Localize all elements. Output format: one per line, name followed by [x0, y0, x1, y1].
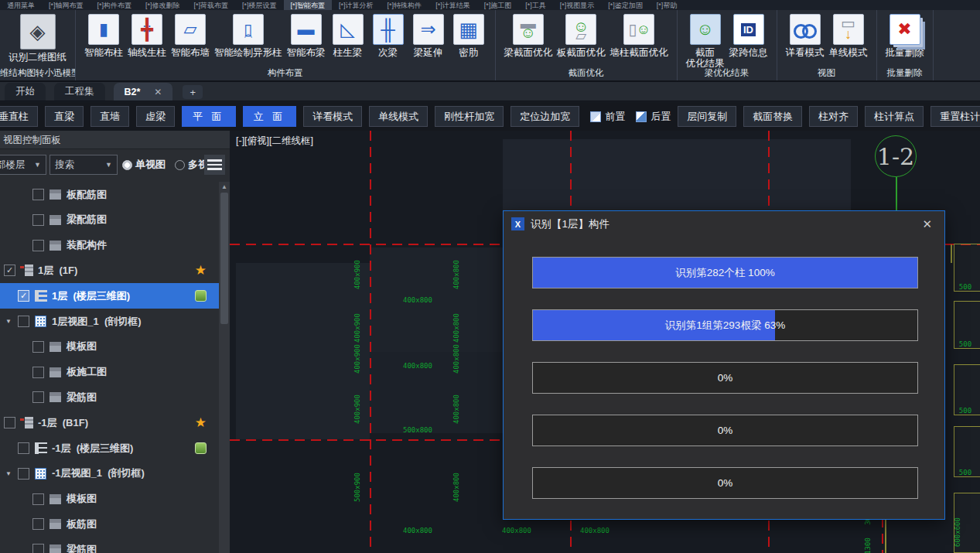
ribbon-tab[interactable]: [*]楼层设置 [235, 0, 284, 10]
ribbon-button[interactable]: 详看模式 [786, 14, 825, 58]
tree-checkbox[interactable] [32, 493, 44, 505]
tree-row[interactable]: 板筋图 [0, 511, 219, 537]
ribbon-tab[interactable]: [*]特殊构件 [381, 0, 429, 10]
toolbar-button[interactable]: 直墙 [90, 106, 129, 127]
tree-row[interactable]: ▼-1层视图_1 (剖切框) [0, 461, 219, 486]
tree-row[interactable]: 模板图 [0, 486, 219, 512]
ribbon-button[interactable]: ▬智能布梁 [287, 14, 326, 58]
ribbon-button[interactable]: ▯◠智能绘制异形柱 [214, 14, 282, 58]
add-tab-button[interactable]: + [183, 85, 203, 99]
tree-checkbox[interactable]: ✓ [18, 290, 29, 302]
toolbar-button[interactable]: 后置 [632, 106, 674, 127]
document-tab[interactable]: B2*✕ [114, 83, 173, 101]
document-tab[interactable]: 工程集 [54, 83, 105, 101]
ribbon-button[interactable]: ⇒梁延伸 [411, 14, 446, 58]
ribbon-button[interactable]: ▦密肋 [451, 14, 487, 58]
tree-checkbox[interactable] [32, 391, 44, 403]
expander-icon[interactable]: ▼ [5, 318, 12, 325]
tree-checkbox[interactable] [32, 189, 44, 200]
tree-checkbox[interactable] [32, 518, 44, 530]
toolbar-button[interactable]: 定位边加宽 [510, 106, 579, 127]
ribbon-tab[interactable]: 通用菜单 [0, 0, 42, 10]
tree-checkbox[interactable] [32, 214, 44, 226]
search-dropdown[interactable]: 搜索 ▼ [50, 155, 118, 175]
ribbon-button[interactable]: ▬☺梁截面优化 [504, 14, 553, 58]
toolbar-button[interactable]: 柱计算点 [865, 106, 924, 127]
tree-row[interactable]: ✓1层 (1F)★ [0, 258, 219, 283]
tree-checkbox[interactable] [4, 417, 15, 428]
ribbon-button[interactable]: ╫次梁 [370, 14, 406, 58]
tree-row[interactable]: 梁筋图 [0, 537, 219, 553]
ribbon-tab[interactable]: [*]计算结果 [429, 0, 477, 10]
ribbon-button[interactable]: ID梁跨信息 [729, 14, 768, 58]
scroll-up-icon[interactable]: ▲ [219, 183, 230, 190]
ribbon-button[interactable]: ▭↓单线模式 [829, 14, 868, 58]
ribbon-tab[interactable]: [*]帮助 [650, 0, 685, 10]
ribbon-tab[interactable]: [*]施工图 [477, 0, 519, 10]
ribbon-button[interactable]: ◈识别二维图纸 [9, 14, 67, 63]
ribbon-tab[interactable]: [*]智能布置 [284, 0, 333, 10]
tree-checkbox[interactable] [32, 367, 44, 378]
ribbon-tab[interactable]: [*]鉴定加固 [601, 0, 650, 10]
star-icon[interactable]: ★ [195, 264, 207, 277]
scrollbar-thumb[interactable] [220, 193, 228, 324]
tree-row[interactable]: ✓1层 (楼层三维图) [0, 283, 219, 309]
ribbon-tab[interactable]: [*]构件布置 [90, 0, 139, 10]
tree-row[interactable]: 装配构件 [0, 233, 219, 258]
expander-icon[interactable]: ▼ [5, 470, 12, 477]
tree-checkbox[interactable] [18, 316, 29, 327]
tree-checkbox[interactable]: ✓ [4, 265, 15, 276]
ribbon-button[interactable]: ☺截面 优化结果 [686, 14, 725, 69]
close-icon[interactable]: ✕ [917, 217, 937, 231]
toolbar-button[interactable]: 垂直柱 [0, 106, 38, 127]
toolbar-button[interactable]: 详看模式 [303, 106, 362, 127]
tree-checkbox[interactable] [32, 341, 44, 353]
toolbar-button[interactable]: 重置柱计算点 [930, 106, 980, 127]
toolbar-button[interactable]: 截面替换 [743, 106, 802, 127]
ribbon-button[interactable]: ▯☺墙柱截面优化 [610, 14, 668, 58]
multi-view-radio[interactable] [175, 160, 185, 170]
toolbar-button[interactable]: 层间复制 [678, 106, 736, 127]
ribbon-button[interactable]: ▮智能布柱 [84, 14, 123, 58]
tree-row[interactable]: 板施工图 [0, 360, 219, 385]
ribbon-button[interactable]: ✖批量删除 [886, 14, 924, 58]
toolbar-button[interactable]: 刚性杆加宽 [435, 106, 504, 127]
tree-row[interactable]: 模板图 [0, 334, 219, 360]
toolbar-button[interactable]: 直梁 [45, 106, 84, 127]
ribbon-button[interactable]: ▱☺板截面优化 [557, 14, 606, 58]
tree-checkbox[interactable] [32, 240, 44, 251]
tree-checkbox[interactable] [32, 544, 44, 553]
ribbon-tab[interactable]: [*]荷载布置 [187, 0, 236, 10]
toolbar-button[interactable]: 柱对齐 [809, 106, 858, 127]
menu-icon[interactable] [204, 155, 225, 175]
ribbon-tab[interactable]: [*]工具 [518, 0, 553, 10]
document-tab[interactable]: 开始 [5, 83, 46, 101]
ribbon-tab[interactable]: [*]视图显示 [553, 0, 602, 10]
tree-checkbox[interactable] [18, 468, 29, 480]
toolbar-button[interactable]: 单线模式 [369, 106, 428, 127]
floor-filter-dropdown[interactable]: 部楼层 ▼ [0, 155, 46, 175]
tree-checkbox[interactable] [18, 442, 29, 454]
ribbon-button[interactable]: ◺柱生梁 [330, 14, 366, 58]
tree-row[interactable]: ▼1层视图_1 (剖切框) [0, 309, 219, 334]
ribbon-button[interactable]: ╋∷轴线生柱 [128, 14, 166, 58]
ribbon-tab[interactable]: [*]计算分析 [332, 0, 381, 10]
tree-row[interactable]: -1层 (B1F)★ [0, 410, 219, 435]
close-icon[interactable]: ✕ [154, 87, 162, 97]
ribbon-tab[interactable]: [*]修改删除 [138, 0, 187, 10]
sidebar-scrollbar[interactable]: ▲ [219, 182, 230, 553]
tree-row[interactable]: -1层 (楼层三维图) [0, 435, 219, 461]
toolbar-button[interactable]: 平 面 [182, 106, 236, 127]
single-view-radio[interactable] [122, 160, 132, 170]
toolbar-button[interactable]: 立 面 [243, 106, 297, 127]
tree-row[interactable]: 梁配筋图 [0, 207, 219, 233]
tree-row[interactable]: 梁筋图 [0, 384, 219, 410]
toolbar-button[interactable]: 虚梁 [136, 106, 175, 127]
star-icon[interactable]: ★ [195, 416, 207, 429]
tree-row[interactable]: 板配筋图 [0, 182, 219, 207]
ribbon-tab[interactable]: [*]轴网布置 [42, 0, 90, 10]
panel-title: 视图控制面板 [0, 131, 230, 149]
toolbar-button[interactable]: 前置 [586, 106, 629, 127]
ribbon-button[interactable]: ▱智能布墙 [171, 14, 210, 58]
dialog-titlebar[interactable]: X 识别【1层】构件 ✕ [504, 211, 944, 237]
